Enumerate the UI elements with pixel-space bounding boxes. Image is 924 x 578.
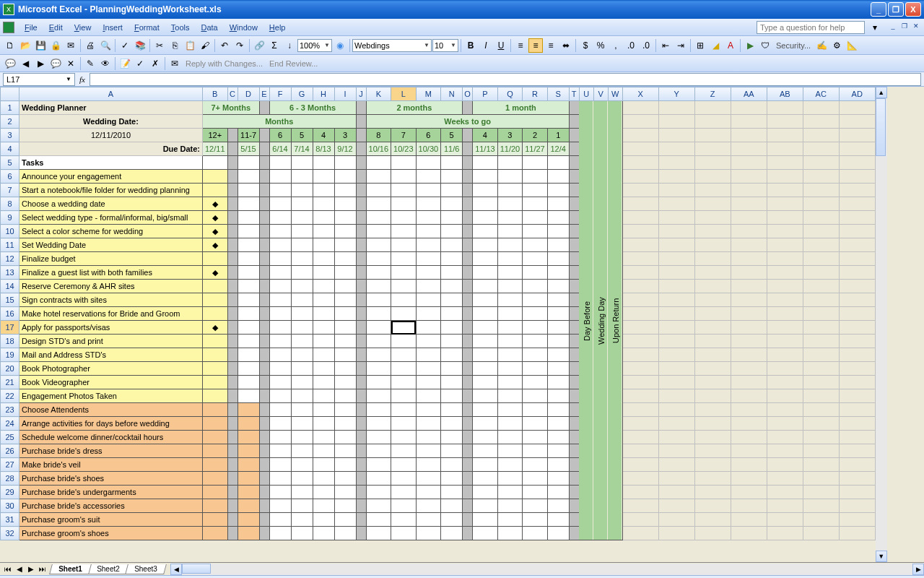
cell[interactable] [569, 527, 579, 540]
cell-empty[interactable] [622, 252, 658, 266]
cell[interactable] [416, 156, 441, 170]
marker-cell[interactable] [203, 486, 228, 499]
cell[interactable] [237, 348, 259, 362]
redo-icon[interactable]: ↷ [232, 38, 247, 53]
cell-empty[interactable] [622, 238, 658, 252]
cell[interactable] [356, 472, 366, 486]
cell[interactable] [441, 170, 463, 184]
cell[interactable] [291, 389, 313, 403]
cell[interactable] [416, 335, 441, 348]
cell-empty[interactable] [839, 225, 875, 238]
cell-empty[interactable] [694, 348, 731, 362]
cell-empty[interactable] [658, 280, 694, 293]
cell-empty[interactable] [803, 362, 839, 376]
copy-icon[interactable]: ⎘ [167, 38, 182, 53]
help-dropdown[interactable]: ▾ [868, 20, 882, 35]
cell[interactable] [473, 527, 498, 540]
cell[interactable] [547, 335, 569, 348]
cell[interactable] [569, 184, 579, 197]
cell[interactable] [569, 293, 579, 307]
cell-empty[interactable] [803, 307, 839, 321]
row-header-17[interactable]: 17 [1, 321, 19, 335]
cell-empty[interactable] [803, 170, 839, 184]
cell-empty[interactable] [767, 335, 803, 348]
cell-dd[interactable]: 7/14 [291, 142, 313, 156]
open-icon[interactable]: 📂 [18, 38, 32, 53]
cell-empty[interactable] [731, 101, 767, 115]
col-header-G[interactable]: G [291, 87, 313, 101]
cell[interactable] [416, 499, 441, 513]
cell-empty[interactable] [658, 389, 694, 403]
cell[interactable] [366, 348, 391, 362]
cell[interactable] [463, 472, 473, 486]
cell[interactable] [569, 335, 579, 348]
cell[interactable] [473, 403, 498, 417]
cell[interactable] [497, 472, 523, 486]
row-header-23[interactable]: 23 [1, 403, 19, 417]
cell-empty[interactable] [622, 307, 658, 321]
tab-next-icon[interactable]: ▶ [26, 565, 36, 573]
cell-empty[interactable] [803, 499, 839, 513]
cell[interactable] [334, 431, 356, 444]
cell[interactable] [391, 266, 417, 280]
cell-vert-0[interactable]: Day Before [579, 101, 593, 540]
cell[interactable] [569, 499, 579, 513]
cell[interactable] [313, 238, 334, 252]
col-header-D[interactable]: D [237, 87, 259, 101]
col-header-R[interactable]: R [523, 87, 548, 101]
maximize-button[interactable]: ❐ [888, 2, 904, 17]
task-cell[interactable]: Purchase bride's accessories [19, 499, 203, 513]
cell[interactable] [237, 184, 259, 197]
cell[interactable] [473, 307, 498, 321]
tab-prev-icon[interactable]: ◀ [14, 565, 25, 573]
cell-empty[interactable] [694, 156, 731, 170]
cell-dd[interactable]: 5/15 [237, 142, 259, 156]
cell[interactable] [366, 170, 391, 184]
cell[interactable] [463, 184, 473, 197]
cell[interactable] [356, 431, 366, 444]
cell[interactable] [356, 499, 366, 513]
undo-icon[interactable]: ↶ [217, 38, 232, 53]
cell[interactable] [497, 197, 523, 211]
row-header-12[interactable]: 12 [1, 252, 19, 266]
cell-empty[interactable] [767, 252, 803, 266]
cell[interactable] [259, 431, 269, 444]
cell[interactable] [569, 486, 579, 499]
cell-empty[interactable] [658, 444, 694, 458]
cell-gray[interactable] [569, 101, 579, 115]
scroll-up-icon[interactable]: ▲ [876, 87, 887, 98]
cell[interactable] [259, 417, 269, 431]
cell[interactable] [366, 458, 391, 472]
cell[interactable] [259, 170, 269, 184]
cell-empty[interactable] [839, 335, 875, 348]
cell[interactable] [523, 225, 548, 238]
cell[interactable] [366, 307, 391, 321]
cell[interactable] [334, 197, 356, 211]
cell-empty[interactable] [731, 307, 767, 321]
cell[interactable] [473, 362, 498, 376]
cell-empty[interactable] [767, 376, 803, 389]
cell[interactable] [291, 348, 313, 362]
cell-empty[interactable] [694, 184, 731, 197]
cell[interactable] [523, 458, 548, 472]
cell[interactable] [441, 458, 463, 472]
cell[interactable] [441, 389, 463, 403]
cell[interactable] [291, 266, 313, 280]
cell-gray[interactable] [356, 115, 366, 129]
cell-empty[interactable] [803, 486, 839, 499]
cell-empty[interactable] [622, 499, 658, 513]
cell-empty[interactable] [694, 403, 731, 417]
cell[interactable] [313, 486, 334, 499]
cell[interactable] [356, 417, 366, 431]
cell[interactable] [547, 348, 569, 362]
cell-empty[interactable] [622, 472, 658, 486]
row-header-22[interactable]: 22 [1, 389, 19, 403]
cell[interactable] [523, 252, 548, 266]
row-header-32[interactable]: 32 [1, 527, 19, 540]
cell-period-2[interactable]: 6 - 3 Months [269, 101, 356, 115]
cell[interactable] [523, 417, 548, 431]
cell[interactable] [441, 486, 463, 499]
marker-cell[interactable] [203, 335, 228, 348]
row-header-5[interactable]: 5 [1, 156, 19, 170]
cell-empty[interactable] [839, 211, 875, 225]
